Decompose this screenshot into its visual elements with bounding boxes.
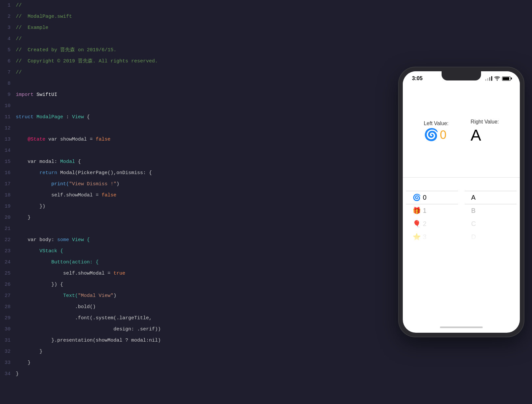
line-content-5: // Created by 晋先森 on 2019/6/15. — [16, 45, 116, 56]
line-content-3: // Example — [16, 22, 48, 34]
line-number-23: 23 — [0, 246, 16, 257]
line-number-2: 2 — [0, 11, 16, 22]
picker-left-item-0[interactable]: 🌀 0 — [413, 191, 426, 204]
right-selected-value: A — [471, 126, 481, 144]
picker-left-item-2[interactable]: 🎈 2 — [413, 217, 426, 230]
line-number-14: 14 — [0, 145, 16, 156]
line-number-9: 9 — [0, 89, 16, 101]
right-item-letter-a: A — [471, 191, 475, 204]
phone-screen: 3:05 — [403, 71, 520, 333]
left-emoji: 🌀 — [424, 128, 439, 142]
line-number-3: 3 — [0, 22, 16, 34]
line-number-31: 31 — [0, 335, 16, 346]
code-line-30: 30 design: .serif)) — [0, 324, 391, 335]
code-line-25: 25 self.showModal = true — [0, 268, 391, 279]
code-line-28: 28 .bold() — [0, 302, 391, 313]
left-item-num-0: 0 — [423, 191, 426, 204]
status-icons — [485, 76, 511, 81]
code-editor: 1//2// ModalPage.swift3// Example4//5// … — [0, 0, 391, 404]
code-line-2: 2// ModalPage.swift — [0, 11, 391, 22]
line-number-6: 6 — [0, 56, 16, 67]
picker-divider-top-left — [406, 191, 458, 191]
code-line-3: 3// Example — [0, 22, 391, 34]
line-number-29: 29 — [0, 313, 16, 324]
emoji-2: 🎈 — [413, 217, 421, 230]
picker-right-item-d[interactable]: D — [471, 230, 476, 243]
picker-divider-bottom-left — [406, 204, 458, 204]
phone-home-indicator — [403, 322, 520, 333]
phone-notch — [442, 71, 481, 80]
right-item-letter-c: C — [471, 217, 476, 230]
right-value-label: Right Value: — [471, 119, 499, 125]
code-line-22: 22 var body: some View { — [0, 235, 391, 246]
code-line-9: 9import SwiftUI — [0, 89, 391, 101]
line-number-4: 4 — [0, 34, 16, 45]
code-line-4: 4// — [0, 34, 391, 45]
line-number-10: 10 — [0, 101, 16, 112]
battery-icon — [502, 77, 511, 81]
line-number-1: 1 — [0, 0, 16, 11]
line-content-23: VStack { — [16, 246, 63, 257]
line-content-20: } — [16, 212, 31, 223]
left-num: 0 — [440, 128, 447, 142]
code-line-20: 20 } — [0, 212, 391, 223]
line-content-22: var body: some View { — [16, 235, 90, 246]
line-content-6: // Copyright © 2019 晋先森. All rights rese… — [16, 56, 158, 67]
line-number-8: 8 — [0, 78, 16, 89]
left-value-label: Left Value: — [424, 121, 448, 126]
code-line-7: 7// — [0, 67, 391, 78]
phone-frame: 3:05 — [399, 67, 524, 337]
picker-left-col[interactable]: 🌀 0 🎁 1 🎈 2 ⭐ 3 — [403, 178, 461, 243]
left-item-num-1: 1 — [423, 204, 426, 217]
line-number-24: 24 — [0, 257, 16, 268]
code-line-12: 12 — [0, 123, 391, 134]
line-content-1: // — [16, 0, 22, 11]
picker-divider-bottom-right — [465, 204, 517, 204]
code-line-19: 19 }) — [0, 201, 391, 212]
picker-right-item-a[interactable]: A — [471, 191, 475, 204]
line-number-15: 15 — [0, 156, 16, 168]
line-content-24: Button(action: { — [16, 257, 99, 268]
code-line-8: 8 — [0, 78, 391, 89]
line-number-26: 26 — [0, 279, 16, 290]
left-item-num-2: 2 — [423, 217, 426, 230]
code-line-32: 32 } — [0, 346, 391, 357]
line-content-29: .font(.system(.largeTitle, — [16, 313, 152, 324]
emoji-0: 🌀 — [413, 191, 421, 204]
picker-wheel-section[interactable]: 🌀 0 🎁 1 🎈 2 ⭐ 3 — [403, 178, 520, 243]
line-number-19: 19 — [0, 201, 16, 212]
line-number-12: 12 — [0, 123, 16, 134]
line-number-34: 34 — [0, 369, 16, 380]
code-line-1: 1// — [0, 0, 391, 11]
phone-bottom-spacer — [403, 243, 520, 322]
code-line-5: 5// Created by 晋先森 on 2019/6/15. — [0, 45, 391, 56]
code-line-33: 33 } — [0, 357, 391, 369]
line-content-27: Text("Modal View") — [16, 290, 116, 302]
code-line-15: 15 var modal: Modal { — [0, 156, 391, 168]
code-line-29: 29 .font(.system(.largeTitle, — [0, 313, 391, 324]
wifi-icon — [494, 76, 500, 81]
line-content-34: } — [16, 369, 19, 380]
line-content-31: }.presentation(showModal ? modal:nil) — [16, 335, 161, 346]
picker-left-item-1[interactable]: 🎁 1 — [413, 204, 426, 217]
line-content-28: .bold() — [16, 302, 96, 313]
code-line-34: 34} — [0, 369, 391, 380]
picker-right-item-b[interactable]: B — [471, 204, 475, 217]
picker-top-section: Left Value: 🌀 0 Right Value: A — [403, 86, 520, 178]
picker-right-col[interactable]: A B C D — [461, 178, 520, 243]
right-value-block: Right Value: A — [471, 119, 499, 144]
line-content-17: print("View Dismiss !") — [16, 179, 119, 190]
left-selected-value: 🌀 0 — [424, 128, 447, 142]
line-number-33: 33 — [0, 357, 16, 369]
code-line-24: 24 Button(action: { — [0, 257, 391, 268]
line-content-19: }) — [16, 201, 45, 212]
picker-left-item-3[interactable]: ⭐ 3 — [413, 230, 426, 243]
line-number-28: 28 — [0, 302, 16, 313]
line-content-26: }) { — [16, 279, 63, 290]
line-content-4: // — [16, 34, 22, 45]
line-number-22: 22 — [0, 235, 16, 246]
emoji-1: 🎁 — [413, 204, 421, 217]
line-number-25: 25 — [0, 268, 16, 279]
code-line-26: 26 }) { — [0, 279, 391, 290]
picker-right-item-c[interactable]: C — [471, 217, 476, 230]
